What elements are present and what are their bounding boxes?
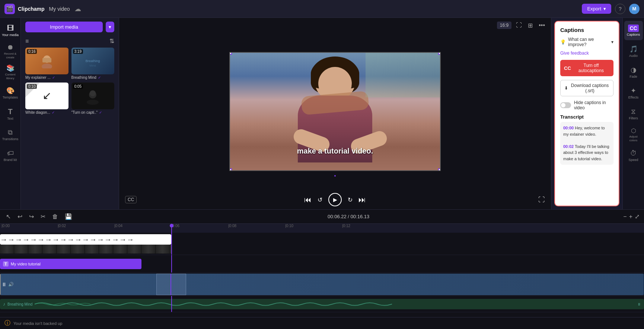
right-sidebar-speed[interactable]: ⏱ Speed <box>624 146 643 165</box>
text-track-element[interactable]: T My video tutorial <box>0 259 141 269</box>
help-button[interactable]: ? <box>615 4 625 14</box>
transcript-box[interactable]: 00:00 Hey, welcome to my exlainer video.… <box>560 122 613 165</box>
redo-button[interactable]: ↪ <box>28 212 35 221</box>
media-thumb-white-diag: ↙ 0:10 <box>25 83 68 109</box>
hide-captions-toggle[interactable] <box>560 102 571 108</box>
sidebar-item-transitions[interactable]: ⧉ Transitions <box>1 125 19 144</box>
captions-box: Captions 💡 What can we improve? ▾ Give f… <box>554 21 619 206</box>
back-5s-button[interactable]: ↺ <box>318 196 322 203</box>
right-sidebar-fade[interactable]: ◑ Fade <box>624 62 643 82</box>
track-content-arrows[interactable]: →→→→→→→→→→→→→→→→→→ <box>0 233 644 255</box>
download-icon: ⬇ <box>564 86 568 91</box>
captions-panel: Captions 💡 What can we improve? ▾ Give f… <box>551 18 622 209</box>
track-content-text[interactable]: T My video tutorial <box>0 255 644 272</box>
app-logo[interactable]: 🎬 Clipchamp <box>4 4 45 14</box>
sidebar-item-brand-kit[interactable]: 🏷 Brand kit <box>1 146 19 165</box>
effects-icon: ✦ <box>631 87 636 95</box>
sidebar-label-content: Contentlibrary <box>5 73 15 80</box>
text-track-t-icon: T <box>3 261 9 267</box>
track-content-audio[interactable]: ♪ Breathing Mind ⏸ <box>0 296 644 312</box>
turn-off-label: Turn off autocaptions <box>573 63 610 73</box>
text-icon: T <box>8 107 12 116</box>
ruler-mark-10: |0:10 <box>285 224 293 228</box>
sidebar-item-templates[interactable]: 🎨 Templates <box>1 83 19 103</box>
resize-handle-tr[interactable] <box>438 52 441 55</box>
video-track-element[interactable]: ⏸ 🔊 <box>0 274 644 295</box>
layout-button[interactable]: ⊞ <box>526 20 534 30</box>
fwd-5s-button[interactable]: ↻ <box>348 196 353 203</box>
label-breathing: Breathing Mind <box>71 75 96 80</box>
user-avatar[interactable]: M <box>629 4 640 14</box>
crop-button[interactable]: ⛶ <box>514 20 523 30</box>
time-current: 00:06.22 <box>328 214 347 219</box>
zoom-controls: − + ⤢ <box>623 213 640 220</box>
video-title[interactable]: My video <box>49 6 70 12</box>
fullscreen-button[interactable]: ⛶ <box>538 196 545 204</box>
duration-turn-on: 0:05 <box>73 84 83 89</box>
filter-icon[interactable]: ≡ <box>25 38 29 45</box>
track-content-video[interactable]: ⏸ 🔊 <box>0 273 644 296</box>
sidebar-label-record: Record & create <box>1 52 19 59</box>
sidebar-item-content-library[interactable]: 📚 Contentlibrary <box>1 62 19 82</box>
resize-handle-tl[interactable] <box>229 52 232 55</box>
ruler-mark-8: |0:08 <box>228 224 236 228</box>
right-sidebar-captions[interactable]: CC Captions <box>624 21 643 40</box>
undo-button[interactable]: ↩ <box>16 212 24 221</box>
more-options-button[interactable]: ••• <box>537 20 546 30</box>
media-item-explainer[interactable]: 0:16 My explainer ... ✓ <box>25 48 68 80</box>
cc-button[interactable]: CC <box>125 196 137 203</box>
zoom-out-button[interactable]: − <box>623 213 627 220</box>
right-sidebar-filters[interactable]: ⧖ Filters <box>624 104 643 123</box>
transcript-time-1: 00:02 <box>563 144 574 149</box>
rewind-to-start-button[interactable]: ⏮ <box>304 196 312 204</box>
sidebar-item-record-create[interactable]: ⏺ Record & create <box>1 42 19 61</box>
canvas-video-wrapper: make a tutorial video. <box>119 33 551 190</box>
give-feedback-link[interactable]: Give feedback <box>560 51 589 56</box>
play-button[interactable]: ▶ <box>328 193 342 206</box>
sidebar-item-text[interactable]: T Text <box>1 104 19 123</box>
media-item-breathing[interactable]: Breathing Mind 3:19 Breathing Mind ✓ <box>71 48 115 80</box>
delete-button[interactable]: 🗑 <box>51 213 60 221</box>
check-explainer: ✓ <box>52 75 55 80</box>
adjust-colors-icon: ⬡ <box>631 127 636 134</box>
zoom-in-button[interactable]: + <box>629 213 632 220</box>
right-sidebar-adjust-colors[interactable]: ⬡ Adjustcolors <box>624 125 643 144</box>
time-sep: / <box>348 214 350 219</box>
playhead-track2 <box>171 255 172 272</box>
right-label-fade: Fade <box>629 75 637 78</box>
app-name: Clipchamp <box>18 6 45 12</box>
sort-icon[interactable]: ⇅ <box>109 38 114 45</box>
export-button[interactable]: Export ▾ <box>582 4 611 14</box>
hide-captions-label: Hide captions in video <box>574 100 613 110</box>
check-turn-on: ✓ <box>99 110 102 114</box>
logo-icon: 🎬 <box>4 4 15 14</box>
aspect-ratio-badge: 16:9 <box>497 22 511 29</box>
resize-handle-br[interactable] <box>438 168 441 171</box>
sidebar-item-your-media[interactable]: 🎞 Your media <box>1 21 19 40</box>
status-bar: ⓘ Your media isn't backed up <box>0 317 644 329</box>
select-tool-button[interactable]: ↖ <box>4 212 12 221</box>
turn-off-autocaptions-button[interactable]: CC Turn off autocaptions <box>560 60 613 76</box>
resize-handle-bl[interactable] <box>229 168 232 171</box>
media-item-turn-on[interactable]: 0:05 "Turn on capti.." ✓ <box>71 83 115 114</box>
track-row-text: T My video tutorial <box>0 255 644 273</box>
cut-button[interactable]: ✂ <box>39 212 47 221</box>
captions-icon: CC <box>628 25 638 32</box>
brand-kit-icon: 🏷 <box>7 149 14 157</box>
import-dropdown-button[interactable]: ▾ <box>106 22 114 32</box>
feedback-icon: 💡 <box>560 39 566 45</box>
video-frame[interactable]: make a tutorial video. <box>229 52 441 171</box>
play-icon: ▶ <box>333 197 337 203</box>
import-media-button[interactable]: Import media <box>25 22 103 32</box>
right-sidebar-effects[interactable]: ✦ Effects <box>624 83 643 103</box>
right-sidebar-audio[interactable]: 🎵 Audio <box>624 42 643 61</box>
media-item-white-diag[interactable]: ↙ 0:10 White diagon... ✓ <box>25 83 68 114</box>
save-frame-button[interactable]: 💾 <box>63 212 74 221</box>
hide-captions-row: Hide captions in video <box>560 100 613 110</box>
download-captions-button[interactable]: ⬇ Download captions (.srt) <box>560 80 613 96</box>
pause-icon: ⏸ <box>1 281 7 287</box>
timeline-tracks: →→→→→→→→→→→→→→→→→→ <box>0 233 644 317</box>
audio-track-element[interactable]: ♪ Breathing Mind ⏸ <box>0 299 644 309</box>
skip-to-end-button[interactable]: ⏭ <box>358 196 366 204</box>
expand-timeline-button[interactable]: ⤢ <box>635 213 640 220</box>
